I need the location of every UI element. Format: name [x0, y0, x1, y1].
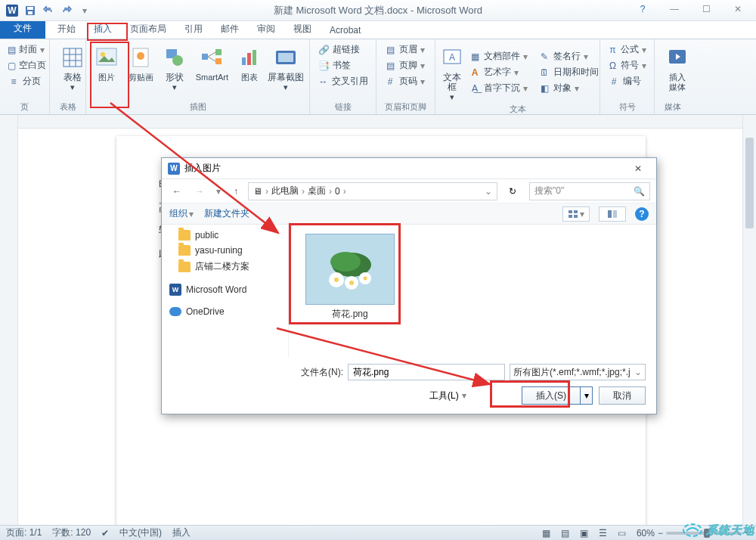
search-input[interactable]: 搜索"0" 🔍 [529, 182, 650, 200]
parts-button[interactable]: ▦文档部件▾ [466, 49, 531, 64]
status-spellcheck-icon[interactable]: ✔ [101, 528, 109, 538]
vertical-ruler[interactable] [0, 115, 18, 525]
symbol-button[interactable]: Ω符号▾ [605, 58, 649, 73]
qat-dropdown[interactable]: ▾ [77, 3, 92, 18]
status-mode[interactable]: 插入 [172, 526, 191, 539]
object-button[interactable]: ◧对象▾ [535, 81, 602, 95]
vertical-scrollbar[interactable] [742, 115, 756, 525]
undo-button[interactable] [41, 3, 56, 18]
chart-button[interactable]: 图表 [233, 42, 265, 100]
number-button[interactable]: #编号 [605, 74, 649, 88]
insert-split-button[interactable]: ▾ [581, 386, 593, 405]
view-outline[interactable]: ☰ [599, 528, 607, 538]
dialog-close-button[interactable]: ✕ [626, 161, 650, 176]
dialog-file-pane[interactable]: 荷花.png [289, 225, 656, 358]
address-bar[interactable]: 🖥 › 此电脑 › 桌面 › 0 › ⌄ [248, 182, 497, 200]
file-tile-lotus[interactable]: 荷花.png [301, 234, 399, 322]
datetime-button[interactable]: 🗓日期和时间 [535, 65, 602, 79]
equation-button[interactable]: π公式▾ [605, 42, 649, 57]
view-print-layout[interactable]: ▦ [542, 528, 550, 538]
textbox-button[interactable]: A文本框▾ [440, 42, 464, 102]
organize-button[interactable]: 组织▾ [169, 207, 194, 220]
close-button[interactable]: ✕ [723, 0, 753, 18]
dialog-sidebar[interactable]: public yasu-runing 店铺二楼方案 WMicrosoft Wor… [162, 225, 289, 358]
nav-back-button[interactable]: ← [168, 182, 186, 200]
status-page[interactable]: 页面: 1/1 [6, 526, 42, 539]
tab-layout[interactable]: 页面布局 [121, 20, 175, 39]
filetype-select[interactable]: 所有图片(*.emf;*.wmf;*.jpg;*.j⌄ [510, 364, 646, 380]
filename-input[interactable] [348, 364, 505, 380]
tools-button[interactable]: 工具(L)▾ [172, 389, 466, 402]
view-draft[interactable]: ▭ [618, 528, 626, 538]
view-reading[interactable]: ▤ [561, 528, 569, 538]
blank-page-button[interactable]: ▢空白页 [5, 58, 45, 73]
crossref-button[interactable]: ↔交叉引用 [314, 74, 371, 88]
wordart-button[interactable]: A艺术字▾ [466, 65, 531, 79]
sigline-button[interactable]: ✎签名行▾ [535, 49, 602, 64]
bookmark-button[interactable]: 📑书签 [314, 58, 371, 73]
minimize-button[interactable]: — [659, 0, 689, 18]
breadcrumb-pc[interactable]: 此电脑 [271, 185, 299, 197]
tab-mail[interactable]: 邮件 [212, 20, 248, 39]
cancel-button[interactable]: 取消 [599, 386, 646, 405]
breadcrumb-folder[interactable]: 0 [335, 186, 340, 197]
picture-button[interactable]: 图片 [91, 42, 123, 100]
insert-button[interactable]: 插入(S) [522, 386, 581, 405]
shapes-button[interactable]: 形状▾ [159, 42, 191, 100]
maximize-button[interactable]: ☐ [691, 0, 721, 18]
tab-view[interactable]: 视图 [284, 20, 321, 39]
table-button[interactable]: 表格▾ [54, 42, 91, 92]
nav-forward-button[interactable]: → [191, 182, 209, 200]
tab-insert[interactable]: 插入 [85, 20, 121, 39]
svg-rect-18 [215, 58, 222, 64]
group-symbols: π公式▾ Ω符号▾ #编号 符号 [600, 39, 655, 114]
refresh-button[interactable]: ↻ [503, 182, 522, 200]
tab-start[interactable]: 开始 [48, 20, 85, 39]
cover-page-button[interactable]: ▤封面▾ [5, 42, 45, 57]
nav-recent-button[interactable]: ▾ [213, 182, 224, 200]
sidebar-item-yasu[interactable]: yasu-runing [162, 243, 288, 258]
sidebar-item-onedrive[interactable]: OneDrive [162, 304, 288, 319]
dropcap-button[interactable]: A͟首字下沉▾ [466, 81, 531, 95]
sidebar-item-shop[interactable]: 店铺二楼方案 [162, 258, 288, 275]
svg-rect-10 [97, 48, 116, 65]
redo-button[interactable] [59, 3, 74, 18]
tab-file[interactable]: 文件 [0, 18, 45, 39]
breadcrumb-desktop[interactable]: 桌面 [308, 185, 326, 197]
view-web[interactable]: ▣ [580, 528, 588, 538]
svg-point-13 [137, 52, 144, 60]
nav-up-button[interactable]: ↑ [228, 184, 243, 199]
help-button[interactable]: ? [627, 0, 658, 18]
status-lang[interactable]: 中文(中国) [119, 526, 162, 539]
screenshot-button[interactable]: 屏幕截图▾ [267, 42, 305, 100]
help-icon[interactable]: ? [635, 207, 649, 221]
word-icon: W [5, 3, 20, 18]
sidebar-item-word[interactable]: WMicrosoft Word [162, 281, 288, 298]
smartart-button[interactable]: SmartArt [192, 42, 231, 100]
watermark-icon [682, 522, 703, 538]
view-mode-button[interactable]: ▾ [562, 206, 590, 222]
save-button[interactable] [23, 3, 38, 18]
page-break-button[interactable]: ≡分页 [5, 74, 45, 88]
status-words[interactable]: 字数: 120 [52, 526, 91, 539]
media-button[interactable]: 插入 媒体 [659, 42, 696, 92]
horizontal-ruler[interactable] [18, 115, 742, 129]
tab-review[interactable]: 审阅 [248, 20, 284, 39]
sidebar-item-public[interactable]: public [162, 228, 288, 243]
header-button[interactable]: ▤页眉▾ [381, 42, 430, 57]
footer-button[interactable]: ▤页脚▾ [381, 58, 430, 73]
hyperlink-button[interactable]: 🔗超链接 [314, 42, 371, 57]
preview-pane-button[interactable] [599, 206, 626, 222]
pagenum-button[interactable]: #页码▾ [381, 74, 430, 88]
zoom-out-button[interactable]: − [658, 528, 663, 538]
address-dropdown[interactable]: ⌄ [485, 186, 492, 197]
tab-ref[interactable]: 引用 [175, 20, 212, 39]
zoom-level[interactable]: 60% [637, 528, 655, 538]
tab-acrobat[interactable]: Acrobat [321, 22, 370, 39]
newfolder-button[interactable]: 新建文件夹 [204, 207, 249, 220]
dialog-titlebar[interactable]: W 插入图片 ✕ [162, 158, 656, 179]
group-illustrations: 图片 剪贴画 形状▾ SmartArt 图表 屏幕截图▾ 插图 [86, 39, 310, 114]
svg-point-42 [349, 281, 354, 285]
scroll-thumb[interactable] [745, 138, 754, 228]
clipart-button[interactable]: 剪贴画 [125, 42, 157, 100]
